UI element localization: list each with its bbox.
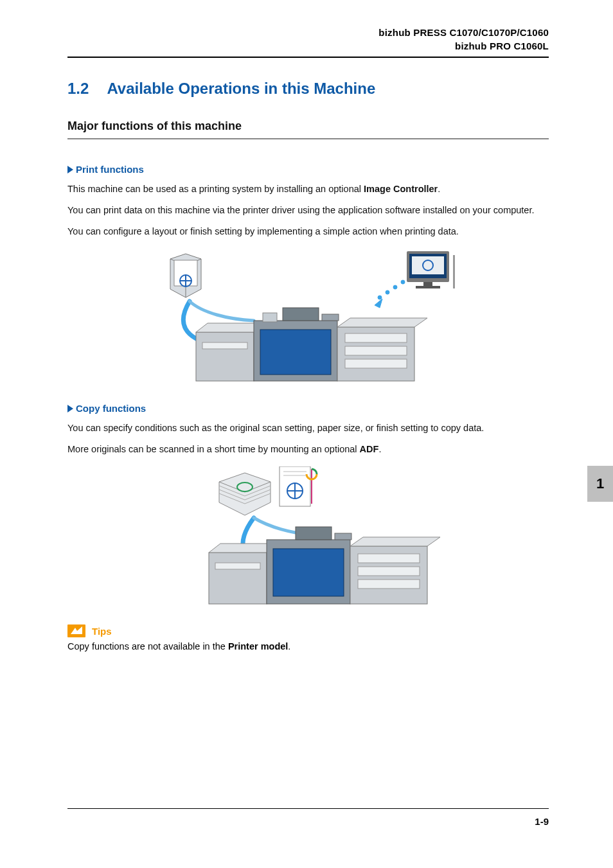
header-line-1: bizhub PRESS C1070/C1070P/C1060 — [67, 26, 549, 39]
svg-rect-43 — [215, 563, 260, 569]
print-paragraph-3: You can configure a layout or finish set… — [67, 225, 549, 238]
copy-heading-text: Copy functions — [76, 403, 146, 414]
svg-rect-7 — [412, 256, 444, 274]
svg-rect-41 — [209, 553, 267, 604]
tips-label: Tips — [92, 626, 112, 637]
section-heading: 1.2 Available Operations in this Machine — [67, 80, 549, 98]
print-paragraph-2: You can print data on this machine via t… — [67, 204, 549, 217]
svg-marker-52 — [350, 537, 440, 546]
copy-illustration — [67, 466, 549, 608]
copy-paragraph-1: You can specify conditions such as the o… — [67, 421, 549, 435]
header-line-2: bizhub PRO C1060L — [67, 39, 549, 53]
svg-rect-51 — [358, 580, 420, 589]
svg-rect-47 — [335, 533, 351, 540]
svg-point-12 — [401, 280, 405, 284]
svg-rect-22 — [260, 330, 331, 375]
tips-text: Copy functions are not available in the … — [67, 641, 549, 651]
chapter-tab: 1 — [587, 466, 613, 502]
print-heading-text: Print functions — [76, 164, 144, 175]
svg-rect-27 — [345, 333, 407, 342]
print-heading: Print functions — [67, 164, 549, 175]
svg-rect-29 — [345, 359, 407, 368]
svg-point-14 — [386, 290, 389, 294]
svg-rect-11 — [453, 255, 455, 288]
svg-rect-28 — [345, 346, 407, 355]
svg-point-13 — [393, 285, 397, 289]
svg-rect-24 — [322, 314, 339, 321]
tips-icon — [67, 624, 85, 637]
print-paragraph-1: This machine can be used as a printing s… — [67, 182, 549, 196]
subsection-heading: Major functions of this machine — [67, 120, 549, 133]
svg-rect-23 — [283, 308, 319, 321]
svg-rect-10 — [416, 286, 440, 288]
chapter-tab-label: 1 — [596, 475, 604, 492]
page-number: 1-9 — [535, 816, 549, 827]
svg-rect-45 — [273, 549, 344, 596]
triangle-icon — [67, 166, 73, 173]
svg-marker-30 — [337, 318, 427, 327]
svg-rect-46 — [296, 527, 332, 540]
print-illustration — [67, 249, 549, 384]
copier-diagram-icon — [157, 466, 459, 608]
svg-marker-31 — [219, 473, 271, 515]
running-header: bizhub PRESS C1070/C1070P/C1060 bizhub P… — [67, 26, 549, 53]
header-rule — [67, 57, 549, 58]
svg-point-15 — [378, 296, 382, 299]
svg-rect-18 — [196, 332, 254, 381]
section-title: Available Operations in this Machine — [107, 80, 375, 98]
svg-rect-25 — [263, 313, 277, 322]
triangle-icon — [67, 405, 73, 412]
printer-diagram-icon — [157, 249, 459, 384]
section-number: 1.2 — [67, 80, 89, 98]
tips-heading: Tips — [67, 624, 549, 637]
svg-rect-50 — [358, 567, 420, 576]
svg-marker-16 — [375, 299, 382, 308]
page: bizhub PRESS C1070/C1070P/C1060 bizhub P… — [0, 0, 613, 868]
svg-marker-53 — [71, 626, 82, 634]
footer-rule — [67, 808, 549, 809]
svg-rect-9 — [423, 282, 432, 286]
copy-paragraph-2: More originals can be scanned in a short… — [67, 443, 549, 456]
svg-rect-20 — [202, 342, 247, 349]
copy-heading: Copy functions — [67, 403, 549, 414]
svg-rect-49 — [358, 554, 420, 563]
subsection-rule — [67, 138, 549, 139]
